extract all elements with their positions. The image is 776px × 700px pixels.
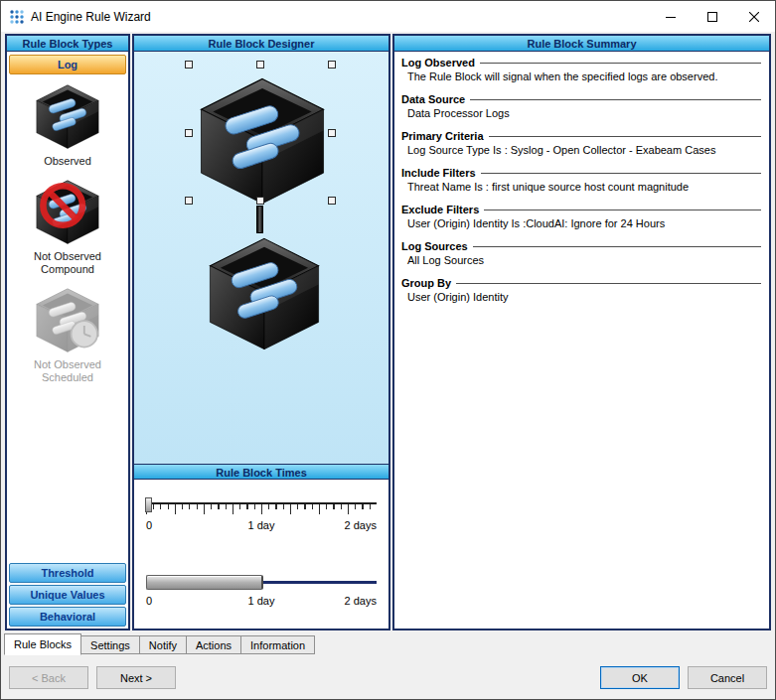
rule-type-label: Observed bbox=[7, 155, 128, 168]
slider-label: 0 bbox=[146, 519, 152, 531]
section-title: Group By bbox=[401, 277, 451, 289]
slider-label: 1 day bbox=[248, 595, 275, 607]
rule-block-cube-selected[interactable] bbox=[192, 70, 333, 210]
behavioral-category-button[interactable]: Behavioral bbox=[9, 607, 126, 627]
ok-button[interactable]: OK bbox=[600, 666, 680, 689]
selection-handle[interactable] bbox=[328, 61, 336, 69]
time-range-slider[interactable] bbox=[146, 575, 377, 591]
rule-block-summary-header: Rule Block Summary bbox=[394, 36, 769, 52]
title-bar: AI Engine Rule Wizard bbox=[1, 1, 775, 32]
section-title: Include Filters bbox=[401, 167, 476, 179]
section-text: User (Origin) Identity bbox=[401, 291, 761, 304]
minimize-icon bbox=[666, 12, 676, 22]
left-panel-spacer bbox=[7, 392, 128, 562]
rule-block-times-header: Rule Block Times bbox=[134, 464, 388, 480]
section-text: All Log Sources bbox=[401, 254, 761, 267]
close-icon bbox=[749, 12, 759, 22]
window-controls bbox=[650, 1, 775, 32]
rule-type-not-observed-scheduled: Not Observed Scheduled bbox=[7, 284, 128, 384]
summary-section-log-observed: Log Observed The Rule Block will signal … bbox=[401, 57, 761, 83]
section-title: Log Sources bbox=[401, 240, 468, 252]
rule-block-types-panel: Rule Block Types Log Observed Not Observ… bbox=[5, 34, 130, 630]
rule-type-label: Not Observed Scheduled bbox=[7, 358, 128, 384]
rule-block-designer-panel: Rule Block Designer Rule Block Times bbox=[132, 34, 390, 630]
slider2-labels: 0 1 day 2 days bbox=[146, 595, 377, 609]
section-divider bbox=[481, 173, 761, 174]
maximize-icon bbox=[707, 12, 717, 22]
summary-section-log-sources: Log Sources All Log Sources bbox=[401, 240, 761, 267]
cancel-button[interactable]: Cancel bbox=[688, 666, 767, 689]
back-button[interactable]: < Back bbox=[9, 666, 88, 689]
observed-cube-icon bbox=[32, 80, 103, 152]
tab-information[interactable]: Information bbox=[240, 635, 315, 654]
summary-section-primary-criteria: Primary Criteria Log Source Type Is : Sy… bbox=[401, 130, 761, 157]
section-title: Exclude Filters bbox=[401, 204, 479, 215]
section-text: User (Origin) Identity Is :CloudAI: Igno… bbox=[401, 217, 761, 230]
summary-section-exclude-filters: Exclude Filters User (Origin) Identity I… bbox=[401, 204, 761, 230]
selection-handle[interactable] bbox=[256, 197, 264, 205]
rule-block-times-area: 0 1 day 2 days 0 1 day 2 days bbox=[134, 480, 388, 629]
selection-handle[interactable] bbox=[185, 129, 193, 137]
log-category-button[interactable]: Log bbox=[9, 55, 126, 74]
slider-label: 1 day bbox=[248, 519, 275, 531]
minimize-button[interactable] bbox=[650, 1, 692, 32]
maximize-button[interactable] bbox=[692, 1, 733, 32]
not-observed-compound-icon bbox=[32, 176, 103, 247]
selection-handle[interactable] bbox=[256, 61, 264, 69]
slider-handle[interactable] bbox=[145, 497, 152, 512]
rule-block-designer-header: Rule Block Designer bbox=[134, 36, 388, 52]
section-title: Primary Criteria bbox=[401, 130, 484, 142]
rule-type-observed[interactable]: Observed bbox=[7, 80, 128, 168]
section-title: Log Observed bbox=[401, 57, 475, 69]
footer-button-bar: < Back Next > OK Cancel bbox=[9, 666, 767, 689]
slider-label: 2 days bbox=[345, 595, 377, 607]
slider-label: 0 bbox=[146, 595, 152, 607]
tab-rule-blocks[interactable]: Rule Blocks bbox=[4, 633, 81, 655]
summary-section-group-by: Group By User (Origin) Identity bbox=[401, 277, 761, 304]
rule-type-not-observed-compound[interactable]: Not Observed Compound bbox=[7, 176, 128, 276]
bottom-tab-strip: Rule Blocks Settings Notify Actions Info… bbox=[4, 633, 314, 655]
section-divider bbox=[456, 283, 761, 284]
selection-handle[interactable] bbox=[328, 197, 336, 205]
rule-type-label: Not Observed Compound bbox=[7, 250, 128, 276]
close-button[interactable] bbox=[733, 1, 775, 32]
tab-actions[interactable]: Actions bbox=[186, 635, 241, 654]
selection-handle[interactable] bbox=[185, 197, 193, 205]
ai-engine-rule-wizard-window: AI Engine Rule Wizard Rule Block Types L… bbox=[0, 0, 776, 700]
summary-section-data-source: Data Source Data Processor Logs bbox=[401, 93, 761, 120]
window-title: AI Engine Rule Wizard bbox=[31, 10, 151, 24]
block-connector bbox=[256, 206, 263, 233]
threshold-category-button[interactable]: Threshold bbox=[9, 563, 126, 583]
rule-block-summary-panel: Rule Block Summary Log Observed The Rule… bbox=[392, 34, 771, 630]
section-divider bbox=[489, 136, 761, 137]
section-divider bbox=[480, 63, 761, 64]
section-text: Log Source Type Is : Syslog - Open Colle… bbox=[401, 144, 761, 157]
section-divider bbox=[484, 210, 761, 210]
tab-notify[interactable]: Notify bbox=[139, 635, 187, 654]
rule-block-types-header: Rule Block Types bbox=[7, 36, 128, 52]
designer-canvas[interactable] bbox=[134, 52, 388, 464]
section-divider bbox=[473, 246, 761, 247]
section-title: Data Source bbox=[401, 93, 465, 105]
footer-spacer bbox=[176, 666, 600, 689]
selection-handle[interactable] bbox=[328, 129, 336, 137]
slider1-labels: 0 1 day 2 days bbox=[146, 519, 377, 533]
slider-ticks bbox=[146, 504, 377, 514]
section-text: Data Processor Logs bbox=[401, 107, 761, 120]
section-text: Threat Name Is : first unique source hos… bbox=[401, 181, 761, 194]
range-bar[interactable] bbox=[146, 575, 263, 590]
time-slider-ruler[interactable] bbox=[146, 497, 377, 515]
summary-section-include-filters: Include Filters Threat Name Is : first u… bbox=[401, 167, 761, 194]
rule-block-cube-second[interactable] bbox=[202, 230, 327, 355]
selection-handle[interactable] bbox=[185, 61, 193, 69]
section-divider bbox=[470, 99, 761, 100]
slider-label: 2 days bbox=[345, 519, 377, 531]
next-button[interactable]: Next > bbox=[96, 666, 176, 689]
not-observed-scheduled-icon bbox=[32, 284, 103, 355]
tab-settings[interactable]: Settings bbox=[80, 635, 140, 654]
section-text: The Rule Block will signal when the spec… bbox=[401, 70, 761, 83]
app-icon bbox=[9, 9, 25, 25]
unique-values-category-button[interactable]: Unique Values bbox=[9, 585, 126, 605]
summary-body: Log Observed The Rule Block will signal … bbox=[394, 52, 769, 629]
